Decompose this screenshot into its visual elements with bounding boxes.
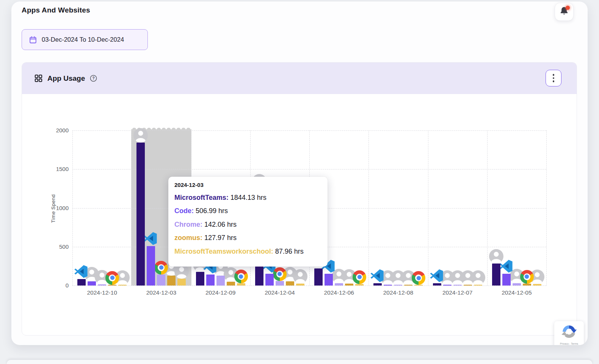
bar-2024-12-03-rank4[interactable] [167, 276, 176, 286]
bar-2024-12-05-rank2[interactable] [502, 274, 511, 286]
tooltip-app-value: 87.96 hrs [275, 248, 304, 255]
person-icon [133, 128, 148, 143]
apps-and-websites-card: Apps And Websites 03-Dec-2024 To 10-Dec- [11, 2, 588, 345]
tooltip-app-label: Chrome: [174, 221, 204, 228]
bar-2024-12-06-rank1[interactable] [314, 268, 323, 286]
vscode-icon [370, 268, 385, 283]
bar-2024-12-08-rank3[interactable] [394, 285, 402, 286]
kebab-icon [553, 74, 555, 76]
bar-2024-12-04-rank4[interactable] [286, 281, 294, 286]
tooltip-date: 2024-12-03 [174, 182, 321, 188]
bar-2024-12-05-rank5[interactable] [533, 284, 541, 286]
tooltip-app-label: MicrosoftTeamsworkorschool: [174, 248, 275, 255]
bar-2024-12-03-rank5[interactable] [177, 279, 186, 286]
chart-tooltip: 2024-12-03MicrosoftTeams: 1844.13 hrsCod… [168, 177, 328, 267]
app-usage-panel: App Usage ? 0500100015002000Time Spend20… [22, 62, 577, 336]
bar-2024-12-07-rank2[interactable] [443, 285, 452, 286]
y-axis-tick-label: 500 [42, 243, 69, 250]
x-axis-label: 2024-12-03 [131, 289, 191, 296]
bar-2024-12-09-rank4[interactable] [227, 282, 235, 286]
bar-2024-12-08-rank5[interactable] [414, 285, 423, 286]
chrome-icon [520, 270, 534, 284]
gridline-vertical [72, 130, 73, 286]
panel-menu-button[interactable] [546, 70, 561, 86]
x-axis-label: 2024-12-07 [427, 289, 488, 296]
chrome-icon [234, 270, 248, 283]
bar-2024-12-10-rank2[interactable] [88, 281, 96, 286]
tooltip-app-label: Code: [174, 207, 196, 215]
chrome-icon [412, 271, 425, 285]
tooltip-app-label: MicrosoftTeams: [174, 194, 231, 201]
bar-2024-12-06-rank5[interactable] [355, 284, 364, 286]
tooltip-row: MicrosoftTeamsworkorschool: 87.96 hrs [174, 248, 321, 256]
x-axis-label: 2024-12-06 [309, 289, 369, 296]
notification-badge [566, 6, 570, 10]
bar-2024-12-10-rank3[interactable] [98, 284, 106, 286]
bar-2024-12-09-rank1[interactable] [196, 272, 204, 286]
bar-2024-12-04-rank2[interactable] [265, 274, 274, 286]
gridline-vertical [368, 130, 369, 286]
bar-2024-12-08-rank4[interactable] [404, 285, 412, 286]
bar-2024-12-05-rank3[interactable] [513, 283, 521, 286]
bar-2024-12-05-rank4[interactable] [523, 284, 531, 286]
x-axis-label: 2024-12-04 [249, 289, 310, 296]
vscode-icon [74, 264, 89, 279]
gridline-vertical [428, 130, 428, 286]
gridline-horizontal [72, 286, 546, 286]
app-usage-header: App Usage ? [22, 63, 577, 94]
bar-2024-12-05-rank1[interactable] [492, 264, 500, 286]
chrome-icon [273, 267, 287, 281]
tooltip-app-value: 1844.13 hrs [231, 194, 267, 201]
bar-2024-12-09-rank3[interactable] [216, 276, 225, 286]
chart-plot: 0500100015002000Time Spend2024-12-102024… [22, 94, 577, 335]
notifications-button[interactable] [555, 3, 574, 21]
bar-2024-12-09-rank2[interactable] [206, 275, 215, 286]
tooltip-app-label: zoomus: [174, 234, 204, 242]
bar-2024-12-04-rank3[interactable] [276, 281, 284, 286]
y-axis-tick-label: 1500 [42, 166, 69, 172]
dashboard: Apps And Websites 03-Dec-2024 To 10-Dec- [0, 0, 599, 364]
bar-2024-12-03-rank1[interactable] [136, 143, 145, 286]
bar-2024-12-08-rank1[interactable] [373, 283, 382, 286]
calendar-icon [29, 36, 37, 44]
bar-2024-12-07-rank3[interactable] [453, 285, 462, 286]
bar-2024-12-03-rank2[interactable] [147, 246, 155, 286]
tooltip-row: Chrome: 142.06 hrs [174, 221, 321, 229]
vscode-icon [143, 231, 158, 246]
bar-2024-12-07-rank5[interactable] [474, 285, 482, 286]
tooltip-app-value: 142.06 hrs [204, 221, 237, 228]
help-icon[interactable]: ? [89, 74, 97, 82]
x-axis-label: 2024-12-05 [486, 289, 547, 296]
bar-2024-12-09-rank5[interactable] [237, 283, 245, 286]
bar-2024-12-06-rank3[interactable] [335, 283, 343, 286]
svg-text:?: ? [93, 76, 95, 80]
bar-2024-12-04-rank5[interactable] [296, 284, 304, 286]
x-axis-label: 2024-12-09 [190, 289, 251, 296]
gridline-vertical [546, 130, 547, 286]
bar-2024-12-07-rank4[interactable] [464, 285, 472, 286]
recaptcha-caption: Privacy - Terms [560, 342, 578, 345]
recaptcha-icon [560, 323, 578, 342]
next-section-edge [7, 360, 592, 364]
bar-2024-12-03-rank3[interactable] [157, 275, 165, 286]
x-axis-label: 2024-12-08 [368, 289, 428, 296]
gridline-vertical [132, 130, 132, 286]
recaptcha-badge[interactable]: Privacy - Terms [554, 321, 584, 345]
bar-2024-12-10-rank4[interactable] [108, 285, 116, 286]
bar-2024-12-06-rank4[interactable] [345, 284, 353, 286]
chrome-icon [105, 271, 119, 285]
gridline-vertical [487, 130, 488, 286]
bar-2024-12-08-rank2[interactable] [384, 285, 392, 286]
page-title: Apps And Websites [22, 6, 90, 14]
grid-icon [34, 74, 43, 83]
person-icon [471, 270, 485, 285]
tooltip-app-value: 127.97 hrs [204, 234, 237, 242]
bar-2024-12-10-rank5[interactable] [118, 285, 127, 286]
person-icon [293, 269, 307, 284]
tooltip-app-value: 506.99 hrs [196, 207, 228, 215]
bar-2024-12-06-rank2[interactable] [325, 274, 333, 286]
date-range-picker[interactable]: 03-Dec-2024 To 10-Dec-2024 [22, 29, 148, 50]
y-axis-tick-label: 0 [42, 282, 69, 289]
bar-2024-12-07-rank1[interactable] [433, 283, 441, 286]
bar-2024-12-10-rank1[interactable] [77, 279, 86, 286]
